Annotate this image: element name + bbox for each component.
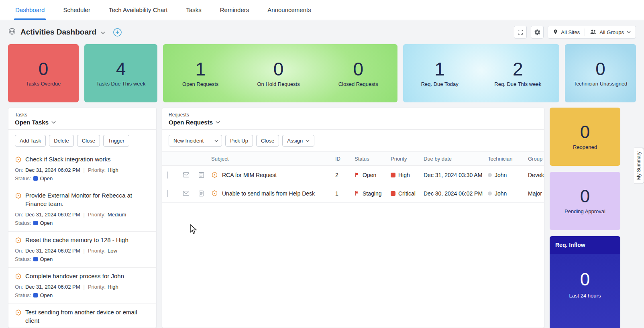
chevron-down-icon [627,31,631,33]
stat-open-requests[interactable]: 1 Open Requests [182,60,218,87]
task-icon [15,237,22,244]
stat-value: 0 [580,187,590,205]
add-dashboard-button[interactable] [113,28,122,37]
mail-icon[interactable] [180,190,192,196]
table-row[interactable]: Unable to send mails from Help Desk 1 St… [162,184,544,203]
stat-value: 0 [273,60,284,78]
status-square-icon [33,257,38,261]
tab-tech-availability-chart[interactable]: Tech Availability Chart [108,0,169,20]
request-subject[interactable]: Unable to send mails from Help Desk [222,190,315,197]
column-due[interactable]: Due by date [424,156,488,162]
tasks-view-selector[interactable]: Open Tasks [15,119,150,126]
stat-label: Last 24 hours [569,293,601,299]
technician-avatar [488,192,492,196]
tab-scheduler[interactable]: Scheduler [62,0,92,20]
delete-task-button[interactable]: Delete [49,135,74,147]
tab-tasks[interactable]: Tasks [185,0,202,20]
on-label: On: [15,212,23,218]
column-group[interactable]: Group [528,156,544,162]
stat-req-due-today[interactable]: 1 Req. Due Today [421,60,459,87]
stat-onhold-requests[interactable]: 0 On Hold Requests [257,60,300,87]
task-icon [15,192,22,199]
column-priority[interactable]: Priority [391,156,424,162]
all-sites-filter[interactable]: All Sites [553,29,580,36]
status-label: Status: [15,220,31,226]
column-technician[interactable]: Technician [488,156,528,162]
stat-value: 0 [353,60,363,78]
stat-closed-requests[interactable]: 0 Closed Requests [338,60,378,87]
dashboard-selector-chevron-icon[interactable] [101,29,105,36]
status-label: Status: [15,256,31,262]
task-item[interactable]: Complete handover process for John On:De… [8,268,156,304]
site-group-filter: All Sites All Groups [548,26,636,39]
request-due-date: Dec 31, 2024 03:30 AM [424,172,488,178]
task-status: Open [40,220,53,226]
request-priority: High [398,172,410,178]
task-item[interactable]: Check if Slack integration works On:Dec … [8,151,156,187]
fullscreen-button[interactable] [514,26,527,39]
column-id[interactable]: ID [335,156,355,162]
task-priority: High [108,167,118,173]
close-task-button[interactable]: Close [77,135,100,147]
column-status[interactable]: Status [355,156,391,162]
main-content: Tasks Open Tasks Add Task Delete Close T… [0,108,644,328]
request-group: Develo [528,172,544,178]
stat-card-tasks-due-week[interactable]: 4 Tasks Due This week [84,44,157,102]
req-inflow-title: Req. Inflow [550,236,620,254]
gear-icon[interactable] [531,26,544,39]
mail-icon[interactable] [180,172,192,178]
new-incident-button[interactable]: New Incident [169,135,222,147]
pick-up-button[interactable]: Pick Up [225,135,253,147]
task-title: Complete handover process for John [25,272,124,280]
task-item[interactable]: Reset the cache memory to 128 - High On:… [8,232,156,268]
dashboard-header: Activities Dashboard All Sites [0,20,644,44]
requests-view-selector[interactable]: Open Requests [169,119,538,126]
assign-label: Assign [287,138,303,144]
top-navigation: Dashboard Scheduler Tech Availability Ch… [0,0,644,20]
trigger-task-button[interactable]: Trigger [103,135,129,147]
new-incident-dropdown[interactable] [211,135,222,146]
chevron-down-icon [306,140,310,142]
stat-card-technician-unassigned[interactable]: 0 Technician Unassigned [565,44,636,102]
stat-label: Closed Requests [338,81,378,87]
stat-value: 0 [580,123,590,141]
stat-card-tasks-overdue[interactable]: 0 Tasks Overdue [8,44,79,102]
row-checkbox[interactable] [167,171,168,179]
request-status: Open [363,172,376,178]
stat-card-reopened[interactable]: 0 Reopened [550,108,620,166]
assign-button[interactable]: Assign [282,135,314,147]
stat-card-pending-approval[interactable]: 0 Pending Approval [550,172,620,230]
status-square-icon [33,293,38,297]
stat-value: 2 [513,60,523,78]
globe-icon [8,27,16,37]
priority-label: Priority: [88,248,106,254]
request-priority: Critical [398,190,416,197]
row-checkbox[interactable] [167,190,168,197]
column-subject[interactable]: Subject [210,156,335,162]
tab-announcements[interactable]: Announcements [266,0,312,20]
close-request-button[interactable]: Close [256,135,279,147]
add-task-button[interactable]: Add Task [15,135,46,147]
status-square-icon [33,176,38,181]
notes-icon[interactable] [192,190,210,197]
tab-reminders[interactable]: Reminders [219,0,251,20]
tasks-panel: Tasks Open Tasks Add Task Delete Close T… [8,108,157,328]
req-inflow-card[interactable]: Req. Inflow 0 Last 24 hours [550,236,620,328]
stat-label: Tasks Overdue [26,81,61,87]
notes-icon[interactable] [192,172,210,178]
status-square-icon [33,221,38,225]
task-item[interactable]: Test sending from another device or emai… [8,304,156,328]
task-status: Open [40,256,53,262]
stat-req-due-week[interactable]: 2 Req. Due This week [494,60,541,87]
table-row[interactable]: RCA for MIM Request 2 Open High Dec 31, … [162,166,544,184]
all-groups-filter[interactable]: All Groups [590,29,631,36]
tab-dashboard[interactable]: Dashboard [14,0,46,20]
new-incident-label[interactable]: New Incident [169,135,208,146]
task-date: Dec 31, 2024 06:02 PM [25,212,80,218]
request-subject[interactable]: RCA for MIM Request [222,172,277,178]
panel-category: Requests [169,112,538,118]
all-groups-label: All Groups [599,29,624,35]
chevron-down-icon [216,121,220,124]
my-summary-tab[interactable]: My Summary [634,148,644,184]
task-item[interactable]: Provide External Monitor for Rebecca at … [8,187,156,232]
